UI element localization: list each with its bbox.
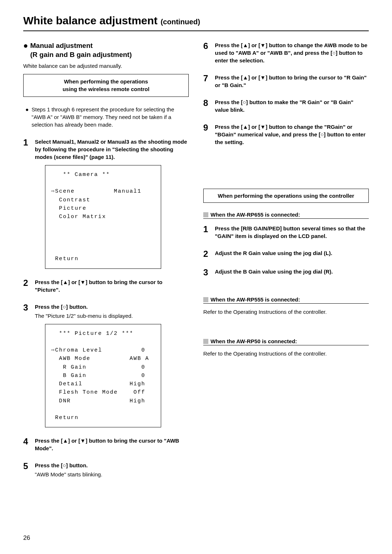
remote-control-box: When performing the operations using the… (23, 74, 189, 97)
sub-rule (203, 303, 369, 304)
page-number: 26 (23, 534, 30, 542)
section-heading: ● Manual adjustment (R gain and B gain a… (23, 41, 189, 59)
controller-step-1: 1 Press the [R/B GAIN/PED] button severa… (203, 225, 369, 240)
sub-heading-text: When the AW-RP555 is connected: (211, 296, 300, 303)
grey-square-icon (203, 339, 208, 344)
sub-body-text: Refer to the Operating Instructions of t… (203, 350, 369, 357)
step-number: 3 (23, 303, 31, 320)
step-1: 1 Select Manual1, Manual2 or Manual3 as … (23, 138, 189, 161)
step-text: Adjust the R Gain value using the jog di… (215, 249, 369, 257)
note-text: Steps 1 through 6 represent the procedur… (32, 106, 189, 128)
step-number: 1 (203, 225, 211, 240)
step-text: Press the [▲] or [▼] button to bring the… (35, 437, 189, 452)
step-number: 1 (23, 138, 31, 161)
box-line1: When performing the operations (29, 78, 183, 85)
section-head-line1: Manual adjustment (30, 41, 132, 50)
step-text: Select Manual1, Manual2 or Manual3 as th… (35, 138, 189, 161)
intro-text: White balance can be adjusted manually. (23, 63, 189, 69)
step-9: 9 Press the [▲] or [▼] button to change … (203, 123, 369, 146)
step-text-reg: "AWB Mode" starts blinking. (35, 471, 189, 478)
step-text: Press the [R/B GAIN/PED] button several … (215, 225, 369, 240)
bullet-dot-icon: ● (25, 106, 29, 128)
sub-heading-text: When the AW-RP50 is connected: (211, 338, 297, 344)
title-rule (23, 30, 369, 31)
step-4: 4 Press the [▲] or [▼] button to bring t… (23, 437, 189, 452)
picture-menu-screen: *** Picture 1/2 *** ⇨Chroma Level 0 AWB … (45, 324, 161, 428)
step-text: Press the [▲] or [▼] button to change th… (215, 41, 369, 64)
controller-step-3: 3 Adjust the B Gain value using the jog … (203, 268, 369, 277)
sub-heading-rp555: When the AW-RP555 is connected: (203, 296, 369, 303)
grey-square-icon (203, 297, 208, 302)
step-text-bold: Press the [○] button. (35, 461, 189, 469)
step-text: Press the [○] button to make the "R Gain… (215, 98, 369, 114)
controller-box: When performing the operations using the… (203, 189, 369, 203)
left-column: ● Manual adjustment (R gain and B gain a… (23, 41, 189, 478)
step-text-reg: The "Picture 1/2" sub-menu is displayed. (35, 312, 189, 320)
page-title: White balance adjustment (continued) (23, 15, 369, 29)
step-5: 5 Press the [○] button. "AWB Mode" start… (23, 461, 189, 478)
step-text-bold: Press the [○] button. (35, 303, 189, 311)
box-line2: using the wireless remote control (29, 86, 183, 93)
camera-menu-screen: ** Camera ** ⇨Scene Manual1 Contrast Pic… (45, 165, 161, 269)
step-7: 7 Press the [▲] or [▼] button to bring t… (203, 74, 369, 89)
step-2: 2 Press the [▲] or [▼] button to bring t… (23, 278, 189, 294)
title-main: White balance adjustment (23, 15, 158, 26)
right-column: 6 Press the [▲] or [▼] button to change … (203, 41, 369, 478)
sub-rule (203, 345, 369, 345)
grey-square-icon (203, 212, 208, 217)
step-text: Press the [▲] or [▼] button to change th… (215, 123, 369, 146)
step-6: 6 Press the [▲] or [▼] button to change … (203, 41, 369, 64)
step-number: 2 (23, 278, 31, 294)
step-number: 3 (203, 268, 211, 277)
procedure-note: ● Steps 1 through 6 represent the proced… (23, 106, 189, 128)
step-number: 6 (203, 41, 211, 64)
step-number: 8 (203, 98, 211, 114)
sub-rule (203, 218, 369, 219)
step-number: 2 (203, 249, 211, 258)
step-number: 9 (203, 123, 211, 146)
step-8: 8 Press the [○] button to make the "R Ga… (203, 98, 369, 114)
content-columns: ● Manual adjustment (R gain and B gain a… (23, 41, 369, 478)
sub-heading-rp655: When the AW-RP655 is connected: (203, 212, 369, 218)
step-text: Press the [▲] or [▼] button to bring the… (215, 74, 369, 89)
step-text: Adjust the B Gain value using the jog di… (215, 268, 369, 275)
sub-heading-text: When the AW-RP655 is connected: (211, 212, 300, 218)
step-number: 4 (23, 437, 31, 452)
title-continued: (continued) (160, 18, 200, 26)
step-number: 5 (23, 461, 31, 478)
section-head-line2: (R gain and B gain adjustment) (30, 50, 132, 59)
bullet-circle-icon: ● (23, 41, 28, 50)
sub-heading-rp50: When the AW-RP50 is connected: (203, 338, 369, 344)
controller-step-2: 2 Adjust the R Gain value using the jog … (203, 249, 369, 258)
sub-body-text: Refer to the Operating Instructions of t… (203, 309, 369, 315)
step-3: 3 Press the [○] button. The "Picture 1/2… (23, 303, 189, 320)
step-text: Press the [▲] or [▼] button to bring the… (35, 278, 189, 294)
step-number: 7 (203, 74, 211, 89)
